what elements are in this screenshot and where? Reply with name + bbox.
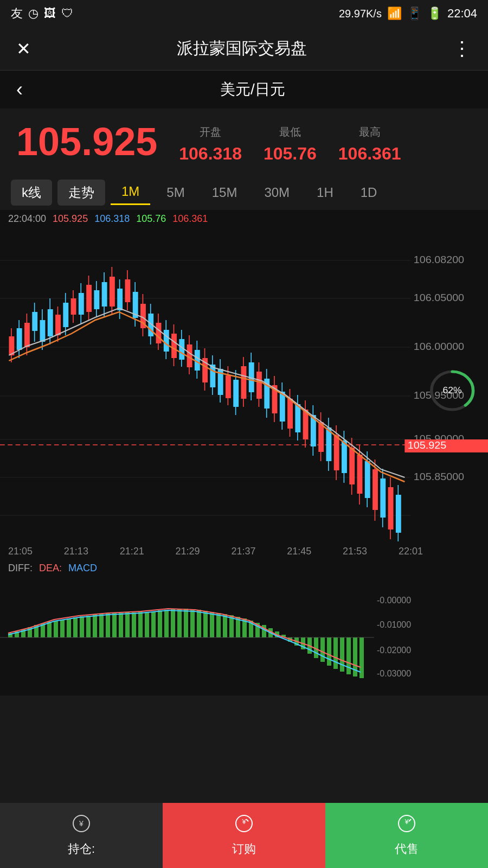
low-stat: 最低 105.76 [264,125,317,164]
menu-button[interactable]: ⋮ [452,37,472,60]
bottom-tabs: ¥ 持仓: ¥ 订购 ¥ 代售 [0,803,488,868]
tab-trend[interactable]: 走势 [57,180,105,206]
svg-text:¥: ¥ [79,819,84,828]
svg-rect-224 [346,637,351,674]
svg-text:-0.03000: -0.03000 [377,669,411,678]
svg-rect-143 [357,455,363,494]
svg-line-236 [246,819,248,821]
wifi-icon: 📶 [387,7,402,21]
svg-rect-98 [241,366,247,399]
svg-rect-17 [32,312,37,331]
chart-tabs: k线 走势 1M 5M 15M 30M 1H 1D [0,175,488,210]
battery-icon: 🔋 [427,7,442,21]
svg-text:105.925: 105.925 [408,440,446,451]
svg-rect-65 [156,323,162,343]
icon-3: 🖼 [44,7,56,21]
svg-rect-155 [388,487,394,529]
back-button[interactable]: ‹ [16,78,23,101]
svg-rect-44 [102,282,107,307]
macd-diff-label: DIFF: [8,563,33,574]
holdings-label: 持仓: [68,841,95,857]
sell-label: 代售 [395,841,419,857]
chart-time: 22:04:00 [8,213,46,225]
time-label-7: 21:53 [343,546,367,557]
svg-text:-0.01000: -0.01000 [377,620,411,629]
time-axis: 21:05 21:13 21:21 21:29 21:37 21:45 21:5… [0,542,488,560]
time-label-1: 21:05 [8,546,33,557]
svg-rect-146 [365,461,370,498]
svg-line-239 [409,819,411,821]
svg-rect-68 [164,330,169,352]
network-speed: 29.97K/s [339,8,382,20]
svg-rect-205 [223,614,227,637]
chart-v1: 105.925 [53,213,88,225]
close-button[interactable]: ✕ [16,39,31,59]
tab-5m[interactable]: 5M [156,181,195,205]
svg-rect-92 [226,375,231,398]
svg-rect-196 [164,610,169,637]
svg-rect-119 [295,404,300,432]
tab-holdings[interactable]: ¥ 持仓: [0,803,163,868]
svg-rect-137 [342,441,347,473]
tab-1h[interactable]: 1H [306,181,344,205]
svg-rect-50 [117,289,123,310]
macd-dea-label: DEA: [39,563,62,574]
macd-macd-label: MACD [68,563,97,574]
svg-rect-223 [340,637,344,672]
chart-v2: 106.318 [94,213,130,225]
tab-15m[interactable]: 15M [201,181,248,205]
high-stat: 最高 106.361 [338,125,401,164]
svg-rect-185 [93,615,97,637]
chart-svg: 106.08200 106.05000 106.00000 105.95000 … [0,228,488,542]
order-icon: ¥ [234,814,254,838]
time-label-4: 21:29 [176,546,200,557]
svg-rect-104 [256,372,262,399]
svg-rect-11 [17,328,22,350]
svg-rect-190 [125,612,130,637]
svg-rect-140 [349,448,355,484]
tab-sell[interactable]: ¥ 代售 [325,803,488,868]
time-label-8: 22:01 [399,546,423,557]
svg-rect-26 [55,315,61,335]
time-display: 22:04 [447,7,477,21]
tab-1m[interactable]: 1M [111,180,150,205]
tab-1d[interactable]: 1D [350,181,388,205]
svg-rect-203 [210,612,214,637]
svg-rect-198 [177,609,182,637]
icon-2: ◷ [28,7,38,21]
svg-rect-201 [197,610,201,637]
chart-v4: 106.361 [172,213,208,225]
pair-title: 美元/日元 [34,79,472,100]
open-stat: 开盘 106.318 [179,125,242,164]
svg-rect-134 [334,435,339,470]
svg-rect-193 [145,612,149,637]
macd-chart[interactable]: -0.00000 -0.01000 -0.02000 -0.03000 [0,576,488,695]
svg-rect-116 [287,399,293,429]
tab-30m[interactable]: 30M [253,181,300,205]
svg-rect-187 [106,614,110,637]
svg-text:¥: ¥ [404,818,409,826]
chart-v3: 105.76 [136,213,166,225]
order-label: 订购 [232,841,256,857]
svg-rect-149 [373,469,378,510]
svg-rect-204 [216,613,221,637]
tab-kline[interactable]: k线 [11,180,52,206]
price-stats: 开盘 106.318 最低 105.76 最高 106.361 [179,125,401,164]
svg-text:¥: ¥ [241,818,246,826]
svg-rect-14 [24,323,30,347]
svg-rect-20 [40,320,46,342]
tab-order[interactable]: ¥ 订购 [163,803,325,868]
svg-rect-189 [119,613,123,637]
icon-4: 🛡 [61,7,73,21]
svg-rect-152 [380,478,386,518]
svg-rect-184 [86,616,91,637]
svg-rect-186 [99,614,104,637]
svg-rect-180 [60,620,65,637]
candlestick-chart[interactable]: 106.08200 106.05000 106.00000 105.95000 … [0,228,488,542]
macd-svg: -0.00000 -0.01000 -0.02000 -0.03000 [0,576,488,695]
svg-rect-158 [396,495,401,533]
sell-icon: ¥ [397,814,416,838]
svg-rect-113 [280,392,285,422]
svg-rect-179 [54,621,58,637]
svg-rect-192 [138,612,143,637]
